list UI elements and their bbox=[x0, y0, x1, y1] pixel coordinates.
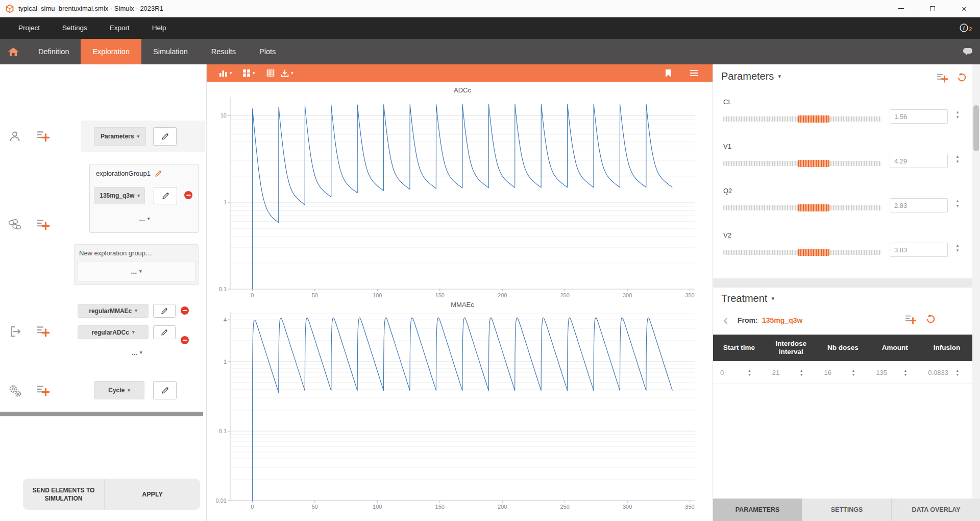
parameter-slider[interactable] bbox=[723, 116, 881, 122]
svg-text:0.01: 0.01 bbox=[216, 498, 227, 504]
reset-parameters-button[interactable] bbox=[957, 73, 967, 84]
parameters-dropdown-button[interactable]: Parameters▾ bbox=[94, 127, 146, 146]
slider-fill[interactable] bbox=[798, 160, 829, 167]
export-download-button[interactable]: ▾ bbox=[281, 64, 293, 82]
horizontal-scrollbar[interactable] bbox=[0, 412, 203, 416]
scrollbar-thumb[interactable] bbox=[973, 105, 979, 151]
add-task-button[interactable] bbox=[36, 384, 50, 398]
add-parameter-button[interactable] bbox=[937, 73, 948, 84]
cycle-dropdown-button[interactable]: Cycle▾ bbox=[94, 381, 144, 399]
chevron-down-icon: ▾ bbox=[778, 74, 781, 79]
nb-doses-input[interactable] bbox=[824, 369, 850, 376]
chevron-down-icon: ▾ bbox=[140, 350, 142, 355]
layout-grid-button[interactable]: ▾ bbox=[242, 64, 255, 82]
remove-treatment-button[interactable] bbox=[184, 191, 192, 199]
outputs-more-dropdown[interactable]: ...▾ bbox=[102, 348, 172, 357]
edit-output-regularADCc-button[interactable] bbox=[153, 325, 176, 339]
individual-icon bbox=[9, 130, 21, 144]
value-stepper[interactable]: ▲▼ bbox=[903, 369, 907, 376]
output-regularADCc-button[interactable]: regularADCc▾ bbox=[78, 325, 149, 339]
interdose-interval-input[interactable] bbox=[772, 369, 798, 376]
treatment-dropdown-button[interactable]: 135mg_q3w▾ bbox=[94, 187, 145, 204]
add-dose-line-button[interactable] bbox=[905, 314, 916, 326]
new-group-label: New exploration group… bbox=[79, 249, 152, 257]
tab-simulation[interactable]: Simulation bbox=[141, 39, 200, 64]
add-output-button[interactable] bbox=[36, 325, 50, 339]
menu-help[interactable]: Help bbox=[141, 17, 178, 39]
tab-definition[interactable]: Definition bbox=[27, 39, 81, 64]
value-stepper[interactable]: ▲▼ bbox=[955, 199, 960, 208]
value-stepper[interactable]: ▲▼ bbox=[955, 155, 960, 164]
previous-treatment-button[interactable] bbox=[723, 317, 728, 326]
group-more-dropdown[interactable]: ...▾ bbox=[90, 215, 199, 223]
apply-button[interactable]: APPLY bbox=[105, 479, 200, 510]
edit-treatment-button[interactable] bbox=[154, 187, 177, 204]
tab-exploration[interactable]: Exploration bbox=[81, 39, 141, 64]
svg-text:0.1: 0.1 bbox=[219, 428, 227, 434]
close-button[interactable]: × bbox=[948, 0, 980, 17]
home-icon bbox=[8, 47, 19, 57]
amount-input[interactable] bbox=[876, 369, 901, 376]
vertical-scrollbar[interactable] bbox=[972, 64, 980, 499]
output-regularMMAEc-button[interactable]: regularMMAEc▾ bbox=[78, 304, 149, 318]
edit-parameters-button[interactable] bbox=[153, 127, 177, 146]
slider-fill[interactable] bbox=[798, 115, 829, 123]
treatment-section-header[interactable]: Treatment▾ bbox=[721, 293, 774, 304]
close-icon: × bbox=[962, 5, 967, 13]
bookmark-button[interactable] bbox=[665, 64, 672, 82]
svg-text:350: 350 bbox=[685, 504, 694, 510]
tab-data-overlay[interactable]: DATA OVERLAY bbox=[891, 499, 980, 521]
minimize-button[interactable] bbox=[885, 0, 917, 17]
tab-results[interactable]: Results bbox=[200, 39, 248, 64]
add-treatment-button[interactable] bbox=[36, 218, 50, 232]
menu-project[interactable]: Project bbox=[7, 17, 51, 39]
plot-type-icon bbox=[219, 69, 228, 77]
feedback-button[interactable] bbox=[963, 39, 973, 64]
slider-fill[interactable] bbox=[798, 204, 829, 211]
value-stepper[interactable]: ▲▼ bbox=[955, 244, 960, 253]
tab-parameters[interactable]: PARAMETERS bbox=[713, 499, 802, 521]
edit-output-regularMMAEc-button[interactable] bbox=[153, 304, 176, 318]
new-group-more-dropdown[interactable]: ...▾ bbox=[77, 261, 195, 281]
infusion-input[interactable] bbox=[928, 369, 953, 376]
value-stepper[interactable]: ▲▼ bbox=[800, 369, 803, 376]
column-amount: Amount bbox=[869, 335, 921, 361]
reset-treatment-button[interactable] bbox=[926, 314, 936, 325]
parameter-slider[interactable] bbox=[723, 161, 881, 166]
start-time-input[interactable] bbox=[720, 369, 746, 376]
parameter-value-input[interactable] bbox=[890, 109, 948, 124]
parameter-value-input[interactable] bbox=[890, 243, 948, 257]
remove-output-regularMMAEc-button[interactable] bbox=[181, 306, 189, 315]
svg-text:1: 1 bbox=[224, 199, 227, 205]
send-elements-to-simulation-button[interactable]: SEND ELEMENTS TO SIMULATION bbox=[23, 479, 105, 510]
slider-fill[interactable] bbox=[798, 249, 829, 256]
rename-group-pencil-icon[interactable] bbox=[155, 170, 162, 177]
svg-text:300: 300 bbox=[623, 292, 632, 298]
plot-type-button[interactable]: ▾ bbox=[219, 64, 232, 82]
parameter-slider[interactable] bbox=[723, 250, 881, 255]
menu-export[interactable]: Export bbox=[99, 17, 141, 39]
add-element-icon bbox=[905, 314, 916, 324]
home-button[interactable] bbox=[0, 39, 27, 64]
parameters-section-header[interactable]: Parameters▾ bbox=[721, 70, 781, 82]
tab-settings[interactable]: SETTINGS bbox=[802, 499, 891, 521]
parameter-slider[interactable] bbox=[723, 205, 881, 210]
edit-cycle-button[interactable] bbox=[153, 381, 177, 399]
parameter-value-input[interactable] bbox=[890, 198, 948, 212]
adcc-plot: 0501001502002503003501010.1ADCc bbox=[210, 84, 700, 301]
menu-settings[interactable]: Settings bbox=[51, 17, 99, 39]
value-stepper[interactable]: ▲▼ bbox=[955, 369, 959, 376]
tab-plots[interactable]: Plots bbox=[248, 39, 287, 64]
maximize-button[interactable] bbox=[917, 0, 948, 17]
data-table-button[interactable] bbox=[266, 64, 275, 82]
value-stepper[interactable]: ▲▼ bbox=[955, 110, 960, 120]
info-button[interactable]: i 2 bbox=[960, 23, 972, 32]
remove-output-regularADCc-button[interactable] bbox=[181, 336, 189, 344]
add-individual-button[interactable] bbox=[36, 130, 50, 144]
plot-menu-button[interactable] bbox=[690, 64, 699, 82]
mmaec-plot: 050100150200250300350410.10.01MMAEc bbox=[210, 299, 700, 518]
value-stepper[interactable]: ▲▼ bbox=[748, 369, 751, 376]
new-exploration-group-box[interactable]: New exploration group… ...▾ bbox=[74, 244, 199, 285]
value-stepper[interactable]: ▲▼ bbox=[852, 369, 855, 376]
parameter-value-input[interactable] bbox=[890, 154, 948, 168]
